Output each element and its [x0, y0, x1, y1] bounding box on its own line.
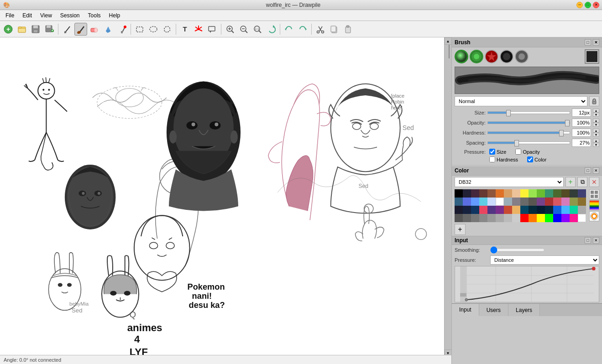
swatch[interactable] [578, 214, 586, 222]
swatch[interactable] [496, 214, 504, 222]
swatch[interactable] [487, 198, 496, 206]
brush-settings-icon[interactable]: □ [585, 39, 591, 46]
menu-session[interactable]: Session [57, 11, 84, 20]
zoom-in-btn[interactable] [224, 23, 236, 36]
save-button[interactable] [29, 23, 42, 36]
pen-tool-btn[interactable] [61, 23, 73, 36]
eraser-tool-btn[interactable] [88, 23, 101, 36]
swatch[interactable] [537, 198, 545, 206]
color-pressure-label[interactable]: Color [534, 157, 546, 162]
cut-btn[interactable] [314, 23, 327, 36]
swatch[interactable] [463, 206, 471, 214]
brush-type-ink[interactable] [500, 50, 513, 63]
spacing-spin-down[interactable]: ▼ [593, 143, 599, 147]
swatch[interactable] [578, 206, 586, 214]
delete-palette-btn[interactable]: ✕ [589, 177, 599, 187]
maximize-button[interactable]: □ [585, 2, 591, 8]
swatch[interactable] [512, 189, 520, 198]
swatch[interactable] [504, 214, 512, 222]
color-settings-icon[interactable]: □ [585, 167, 591, 174]
pressure-mode-select[interactable]: Distance Velocity Rotation Tilt [490, 255, 599, 265]
minimize-button[interactable]: ─ [576, 2, 583, 8]
hardness-pressure-label[interactable]: Hardness [497, 157, 518, 162]
add-color-btn[interactable]: + [455, 224, 466, 235]
opacity-spin-down[interactable]: ▼ [593, 123, 599, 127]
opacity-pressure-checkbox[interactable] [515, 149, 521, 155]
fill-tool-btn[interactable] [102, 23, 115, 36]
swatch[interactable] [520, 198, 529, 206]
paste-btn[interactable] [341, 23, 354, 36]
menu-edit[interactable]: Edit [19, 11, 36, 20]
swatch[interactable] [520, 206, 529, 214]
size-slider[interactable] [487, 111, 570, 114]
swatch[interactable] [529, 214, 537, 222]
swatch[interactable] [504, 198, 512, 206]
tab-users[interactable]: Users [479, 304, 508, 316]
swatch[interactable] [479, 189, 487, 198]
new-button[interactable]: + [2, 23, 15, 36]
scroll-up-btn[interactable]: ▲ [445, 37, 452, 45]
size-pressure-label[interactable]: Size [497, 149, 506, 155]
size-spin-up[interactable]: ▲ [593, 109, 599, 113]
save-as-button[interactable]: ✓ [43, 23, 56, 36]
swatch[interactable] [578, 189, 586, 198]
hardness-spin-down[interactable]: ▼ [593, 133, 599, 137]
brush-type-hard[interactable] [470, 50, 483, 63]
swatch[interactable] [455, 214, 463, 222]
input-graph[interactable] [455, 266, 599, 302]
tab-layers[interactable]: Layers [508, 304, 540, 316]
swatch[interactable] [561, 206, 570, 214]
hardness-pressure-checkbox[interactable] [489, 156, 495, 162]
swatch[interactable] [545, 214, 553, 222]
swatch[interactable] [471, 198, 479, 206]
spacing-slider[interactable] [487, 141, 570, 144]
brush-tool-btn[interactable] [74, 23, 87, 36]
swatch[interactable] [561, 214, 570, 222]
brush-type-soft[interactable] [455, 50, 468, 63]
swatch[interactable] [537, 214, 545, 222]
size-pressure-checkbox[interactable] [489, 149, 495, 155]
menu-view[interactable]: View [37, 11, 56, 20]
smoothing-slider[interactable] [490, 247, 545, 253]
swatch[interactable] [496, 189, 504, 198]
foreground-color-swatch[interactable] [585, 49, 599, 64]
annotation-btn[interactable] [206, 23, 219, 36]
spacing-spin-up[interactable]: ▲ [593, 139, 599, 143]
swatch[interactable] [512, 214, 520, 222]
menu-tools[interactable]: Tools [84, 11, 105, 20]
swatch-white[interactable] [496, 198, 504, 206]
copy-btn[interactable] [328, 23, 340, 36]
swatch[interactable] [463, 189, 471, 198]
swatch[interactable] [487, 214, 496, 222]
swatch[interactable] [520, 189, 529, 198]
swatch[interactable] [479, 206, 487, 214]
add-palette-btn[interactable]: + [565, 177, 576, 187]
color-pick-btn[interactable] [115, 23, 128, 36]
menu-help[interactable]: Help [105, 11, 124, 20]
swatch-red[interactable] [520, 214, 529, 222]
swatch[interactable] [545, 189, 553, 198]
color-spectrum-btn[interactable] [589, 200, 599, 210]
hardness-thumb[interactable] [559, 130, 564, 136]
text-tool-btn[interactable]: T [178, 23, 191, 36]
swatch[interactable] [463, 214, 471, 222]
input-settings-icon[interactable]: □ [585, 237, 591, 244]
scroll-thumb-v[interactable] [449, 45, 450, 58]
swatch[interactable] [529, 206, 537, 214]
undo-btn[interactable] [283, 23, 295, 36]
swatch[interactable] [570, 198, 578, 206]
palette-dropdown[interactable]: DB32 Default Custom [455, 177, 564, 187]
spacing-thumb[interactable] [514, 140, 519, 146]
swatch[interactable] [496, 206, 504, 214]
laser-tool-btn[interactable] [192, 23, 205, 36]
rect-select-btn[interactable] [133, 23, 146, 36]
lasso-btn[interactable] [161, 23, 173, 36]
swatch-black[interactable] [455, 189, 463, 198]
swatch[interactable] [455, 198, 463, 206]
swatch[interactable] [471, 189, 479, 198]
swatch[interactable] [553, 189, 561, 198]
opacity-slider[interactable] [487, 121, 570, 124]
swatch[interactable] [578, 198, 586, 206]
rotate-cw-btn[interactable] [265, 23, 277, 36]
swatch[interactable] [537, 189, 545, 198]
